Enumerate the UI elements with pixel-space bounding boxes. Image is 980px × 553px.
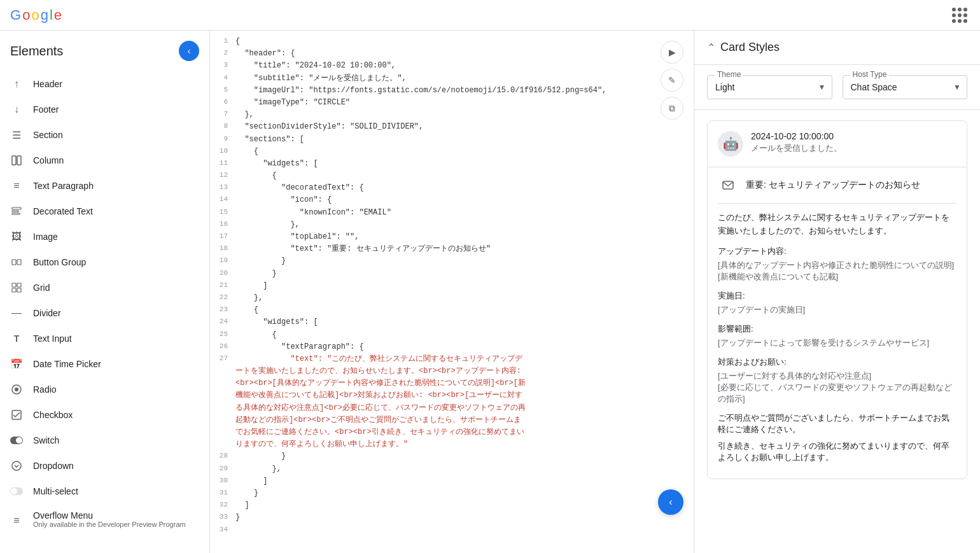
sidebar-title: Elements ‹ xyxy=(0,36,209,71)
bot-avatar: 🤖 xyxy=(718,131,743,157)
sidebar-item-text-paragraph[interactable]: ≡ Text Paragraph xyxy=(0,173,204,199)
sidebar-item-button-group[interactable]: Button Group xyxy=(0,249,204,275)
code-line: 12 { xyxy=(210,170,694,182)
code-line: 30 ] xyxy=(210,475,694,487)
sidebar-item-dropdown[interactable]: Dropdown xyxy=(0,453,204,479)
svg-rect-8 xyxy=(17,283,21,287)
date-time-picker-icon: 📅 xyxy=(10,358,23,370)
svg-rect-2 xyxy=(12,207,21,209)
sidebar: Elements ‹ ↑ Header ↓ Footer ☰ Section C… xyxy=(0,31,210,553)
svg-point-15 xyxy=(16,437,22,444)
sidebar-item-text-input[interactable]: T Text Input xyxy=(0,326,204,351)
sidebar-item-column[interactable]: Column xyxy=(0,148,204,173)
host-type-dropdown-wrapper: Host Type Chat Space Gmail ▼ xyxy=(843,75,968,99)
logo-g: G xyxy=(10,7,21,24)
sidebar-item-label: Footer xyxy=(33,104,59,115)
code-line: 9 "sections": [ xyxy=(210,134,694,146)
sidebar-item-switch[interactable]: Switch xyxy=(0,428,204,453)
svg-rect-7 xyxy=(12,283,16,287)
svg-rect-10 xyxy=(17,288,21,292)
logo-o2: o xyxy=(31,7,39,24)
impl-date-title: 実施日: xyxy=(718,290,956,302)
multi-select-icon xyxy=(10,485,23,498)
code-line: 28 } xyxy=(210,451,694,463)
code-line: 8 "sectionDividerStyle": "SOLID_DIVIDER"… xyxy=(210,121,694,133)
action-title: 対策およびお願い: xyxy=(718,356,956,368)
sidebar-item-label: Decorated Text xyxy=(33,206,93,216)
theme-dropdown-wrapper: Theme Light Dark ▼ xyxy=(707,75,832,99)
image-icon: 🖼 xyxy=(10,230,23,243)
code-line: 2 "header": { xyxy=(210,48,694,60)
sidebar-item-label: Date Time Picker xyxy=(33,359,101,369)
sidebar-item-section[interactable]: ☰ Section xyxy=(0,122,204,148)
topbar: G o o g l e xyxy=(0,0,980,31)
sidebar-item-multi-select[interactable]: Multi-select xyxy=(0,479,204,504)
code-line: 34 xyxy=(210,524,694,536)
code-line: 23 { xyxy=(210,304,694,316)
impl-date-placeholder: [アップデートの実施日] xyxy=(718,304,956,316)
code-panel: 1{2 "header": {3 "title": "2024-10-02 10… xyxy=(210,31,694,553)
elements-title: Elements xyxy=(10,44,63,59)
header-icon: ↑ xyxy=(10,78,23,90)
sidebar-item-label: Section xyxy=(33,130,63,140)
closing-text: 引き続き、セキュリティの強化に努めてまいりますので、何卒よろしくお願い申し上げま… xyxy=(718,440,956,463)
svg-rect-9 xyxy=(12,288,16,292)
code-line: 27 "text": "このたび、弊社システムに関するセキュリティアップデートを… xyxy=(210,353,694,451)
sidebar-item-divider[interactable]: — Divider xyxy=(0,300,204,326)
chevron-up-icon[interactable]: ⌃ xyxy=(707,41,715,53)
google-logo: G o o g l e xyxy=(10,7,62,24)
sidebar-item-date-time-picker[interactable]: 📅 Date Time Picker xyxy=(0,351,204,377)
code-line: 5 "imageUrl": "https://fonts.gstatic.com… xyxy=(210,85,694,97)
card-styles-title: Card Styles xyxy=(720,41,967,54)
code-line: 22 }, xyxy=(210,292,694,304)
preview-panel: ⌃ Card Styles Theme Light Dark ▼ Host Ty… xyxy=(694,31,980,553)
preview-card-container: 🤖 2024-10-02 10:00:00 メールを受信しました。 xyxy=(694,110,980,553)
sidebar-item-label: Overflow Menu xyxy=(33,510,186,521)
section-icon: ☰ xyxy=(10,129,23,141)
code-line: 20 } xyxy=(210,268,694,280)
code-editor[interactable]: 1{2 "header": {3 "title": "2024-10-02 10… xyxy=(210,31,694,553)
svg-rect-4 xyxy=(12,213,20,214)
sidebar-item-label: Column xyxy=(33,155,64,165)
sidebar-item-overflow-menu[interactable]: ≡ Overflow Menu Only available in the De… xyxy=(0,504,204,537)
code-line: 1{ xyxy=(210,36,694,48)
code-line: 29 }, xyxy=(210,463,694,475)
card-header-row: 🤖 2024-10-02 10:00:00 メールを受信しました。 xyxy=(708,121,967,167)
host-type-label: Host Type xyxy=(850,70,890,79)
switch-icon xyxy=(10,434,23,447)
sidebar-item-decorated-text[interactable]: Decorated Text xyxy=(0,199,204,224)
sidebar-collapse-button[interactable]: ‹ xyxy=(179,41,199,61)
code-line: 25 { xyxy=(210,329,694,341)
edit-button[interactable]: ✎ xyxy=(661,69,683,92)
mail-icon xyxy=(718,175,738,195)
code-line: 19 } xyxy=(210,255,694,267)
back-button[interactable]: ‹ xyxy=(658,489,683,515)
sidebar-item-footer[interactable]: ↓ Footer xyxy=(0,97,204,122)
grid-element-icon xyxy=(10,281,23,294)
card-timestamp: 2024-10-02 10:00:00 xyxy=(751,131,842,141)
code-line: 6 "imageType": "CIRCLE" xyxy=(210,97,694,109)
code-line: 14 "icon": { xyxy=(210,194,694,206)
sidebar-item-checkbox[interactable]: Checkbox xyxy=(0,402,204,428)
code-line: 13 "decoratedText": { xyxy=(210,182,694,194)
card-section-divider-2 xyxy=(718,203,956,204)
code-line: 26 "textParagraph": { xyxy=(210,341,694,353)
checkbox-icon xyxy=(10,409,23,421)
sidebar-item-grid[interactable]: Grid xyxy=(0,275,204,300)
sidebar-item-image[interactable]: 🖼 Image xyxy=(0,224,204,249)
decorated-row: 重要: セキュリティアップデートのお知らせ xyxy=(718,175,956,195)
card-subtitle: メールを受信しました。 xyxy=(751,143,842,154)
copy-button[interactable]: ⧉ xyxy=(661,97,683,120)
card-body: 重要: セキュリティアップデートのお知らせ このたび、弊社システムに関するセキュ… xyxy=(708,175,967,479)
dropdown-icon xyxy=(10,459,23,472)
radio-icon xyxy=(10,383,23,396)
code-line: 11 "widgets": [ xyxy=(210,158,694,170)
svg-rect-1 xyxy=(17,156,21,165)
grid-icon[interactable] xyxy=(949,5,970,25)
sidebar-item-radio[interactable]: Radio xyxy=(0,377,204,402)
sidebar-item-label: Dropdown xyxy=(33,461,74,471)
sidebar-item-header[interactable]: ↑ Header xyxy=(0,71,204,97)
logo-e: e xyxy=(54,7,62,24)
run-button[interactable]: ▶ xyxy=(661,41,683,64)
grid-dots xyxy=(952,8,967,23)
